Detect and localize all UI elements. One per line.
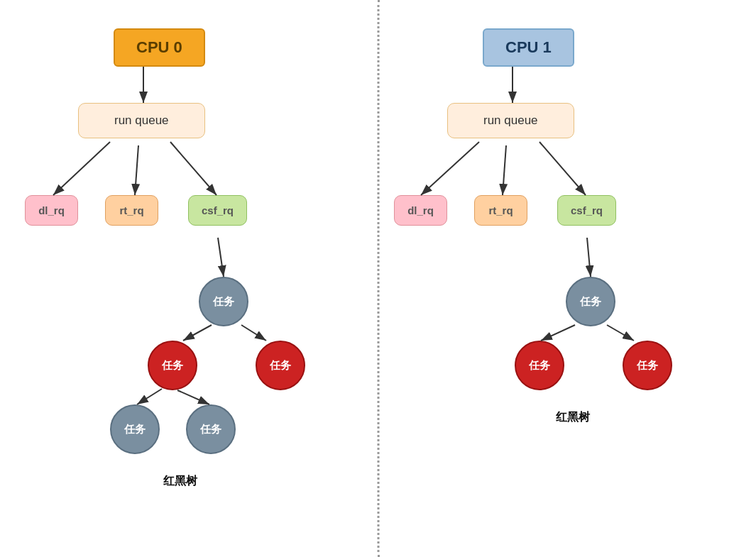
left-task-gray-root: 任务	[199, 277, 248, 326]
svg-line-12	[503, 145, 506, 195]
right-rb-label: 红黑树	[556, 410, 590, 425]
left-task-gray-bottom-right: 任务	[186, 404, 236, 454]
svg-line-6	[183, 325, 212, 341]
svg-line-14	[587, 238, 591, 277]
svg-line-3	[135, 145, 138, 195]
left-task-gray-bottom-left: 任务	[110, 404, 160, 454]
svg-line-9	[177, 390, 209, 404]
svg-line-7	[241, 325, 266, 341]
svg-line-4	[170, 142, 217, 195]
cpu0-box: CPU 0	[114, 28, 205, 67]
right-task-red-left: 任务	[515, 341, 564, 390]
svg-line-11	[421, 142, 479, 195]
svg-line-2	[53, 142, 110, 195]
right-task-red-right: 任务	[623, 341, 672, 390]
cpu1-box: CPU 1	[483, 28, 574, 67]
right-task-gray-root: 任务	[566, 277, 615, 326]
left-dl-rq: dl_rq	[25, 195, 78, 226]
divider	[377, 0, 379, 557]
svg-line-13	[539, 142, 586, 195]
svg-line-5	[218, 238, 224, 277]
left-rt-rq: rt_rq	[105, 195, 158, 226]
svg-line-16	[607, 325, 634, 341]
left-csf-rq: csf_rq	[188, 195, 247, 226]
right-dl-rq: dl_rq	[394, 195, 447, 226]
left-run-queue: run queue	[78, 103, 205, 138]
right-csf-rq: csf_rq	[557, 195, 616, 226]
left-rb-label: 红黑树	[163, 474, 197, 489]
left-task-red-left: 任务	[148, 341, 197, 390]
diagram-container: CPU 0 run queue dl_rq rt_rq csf_rq 任务 任务…	[0, 0, 756, 557]
left-task-red-right: 任务	[256, 341, 305, 390]
svg-line-8	[137, 389, 162, 404]
right-rt-rq: rt_rq	[474, 195, 527, 226]
svg-line-15	[541, 325, 575, 341]
right-run-queue: run queue	[447, 103, 574, 138]
